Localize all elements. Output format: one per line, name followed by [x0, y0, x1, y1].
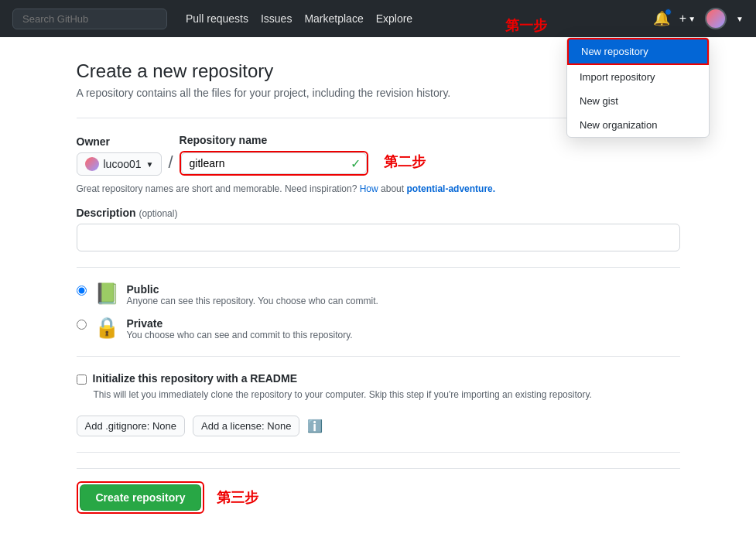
owner-value: lucoo01	[104, 158, 142, 170]
search-input[interactable]	[12, 9, 167, 29]
create-button-section: Create repository 第三步	[77, 468, 680, 526]
init-title: Initialize this repository with a README	[93, 372, 297, 385]
public-text: Public Anyone can see this repository. Y…	[127, 283, 378, 306]
dropdown-new-gist[interactable]: New gist	[567, 89, 709, 113]
path-separator: /	[168, 152, 173, 176]
repo-name-hint: Great repository names are short and mem…	[77, 183, 680, 194]
dropdown-import-repository[interactable]: Import repository	[567, 65, 709, 89]
navbar: Pull requests Issues Marketplace Explore…	[0, 0, 756, 37]
repo-name-input[interactable]	[181, 152, 367, 174]
bottom-selects: Add .gitignore: None Add a license: None…	[77, 416, 680, 436]
private-option: 🔒 Private You choose who can see and com…	[77, 317, 680, 340]
notifications-icon[interactable]: 🔔	[653, 10, 670, 27]
avatar[interactable]	[705, 8, 727, 29]
visibility-section: 📗 Public Anyone can see this repository.…	[77, 283, 680, 340]
valid-checkmark-icon: ✓	[351, 156, 361, 171]
gitignore-select[interactable]: Add .gitignore: None	[77, 416, 186, 436]
private-text: Private You choose who can see and commi…	[127, 317, 353, 340]
owner-avatar	[85, 157, 99, 171]
nav-issues[interactable]: Issues	[261, 12, 292, 25]
private-title: Private	[127, 317, 353, 330]
step3-annotation: 第三步	[217, 488, 258, 507]
optional-label: (optional)	[139, 208, 177, 219]
public-title: Public	[127, 283, 378, 296]
public-radio[interactable]	[77, 286, 87, 296]
license-select[interactable]: Add a license: None	[193, 416, 299, 436]
private-radio[interactable]	[77, 320, 87, 330]
init-readme-checkbox[interactable]	[77, 375, 87, 385]
nav-pull-requests[interactable]: Pull requests	[186, 12, 248, 25]
divider-bottom	[77, 452, 680, 453]
divider-mid	[77, 267, 680, 268]
owner-group: Owner lucoo01 ▼	[77, 135, 162, 176]
description-input[interactable]	[77, 224, 680, 251]
owner-select[interactable]: lucoo01 ▼	[77, 152, 162, 176]
dropdown-new-repository[interactable]: New repository	[567, 38, 709, 65]
description-label: Description (optional)	[77, 207, 680, 219]
step1-annotation: 第一步	[505, 16, 547, 35]
plus-caret-icon: ▼	[688, 15, 696, 23]
owner-label: Owner	[77, 135, 162, 148]
nav-marketplace[interactable]: Marketplace	[304, 12, 363, 25]
create-menu-button[interactable]: + ▼	[679, 12, 696, 26]
how-link[interactable]: How	[360, 183, 378, 194]
create-btn-border: Create repository	[77, 481, 205, 514]
repo-name-wrapper: ✓	[180, 151, 368, 176]
dropdown-new-organization[interactable]: New organization	[567, 113, 709, 137]
navbar-links: Pull requests Issues Marketplace Explore	[186, 12, 412, 25]
create-dropdown-menu: 第一步 New repository Import repository New…	[566, 37, 710, 138]
nav-explore[interactable]: Explore	[376, 12, 412, 25]
repo-name-label: Repository name	[180, 134, 368, 146]
navbar-right: 🔔 + ▼ ▼	[653, 8, 744, 29]
create-repository-button[interactable]: Create repository	[80, 484, 202, 511]
suggestion-text: potential-adventure.	[406, 183, 495, 194]
init-desc: This will let you immediately clone the …	[94, 389, 680, 400]
book-icon: 📗	[94, 283, 119, 303]
divider-init	[77, 356, 680, 357]
lock-icon: 🔒	[94, 317, 119, 337]
repo-name-group: Repository name ✓	[180, 134, 368, 176]
step2-annotation: 第二步	[384, 152, 426, 171]
description-group: Description (optional)	[77, 207, 680, 251]
avatar-caret-icon: ▼	[736, 15, 744, 23]
plus-icon: +	[679, 12, 686, 26]
private-desc: You choose who can see and commit to thi…	[127, 330, 353, 340]
init-section: Initialize this repository with a README…	[77, 372, 680, 400]
info-icon[interactable]: ℹ️	[307, 419, 323, 433]
public-option: 📗 Public Anyone can see this repository.…	[77, 283, 680, 306]
owner-caret-icon: ▼	[146, 160, 154, 169]
init-option: Initialize this repository with a README	[77, 372, 680, 385]
public-desc: Anyone can see this repository. You choo…	[127, 296, 378, 306]
